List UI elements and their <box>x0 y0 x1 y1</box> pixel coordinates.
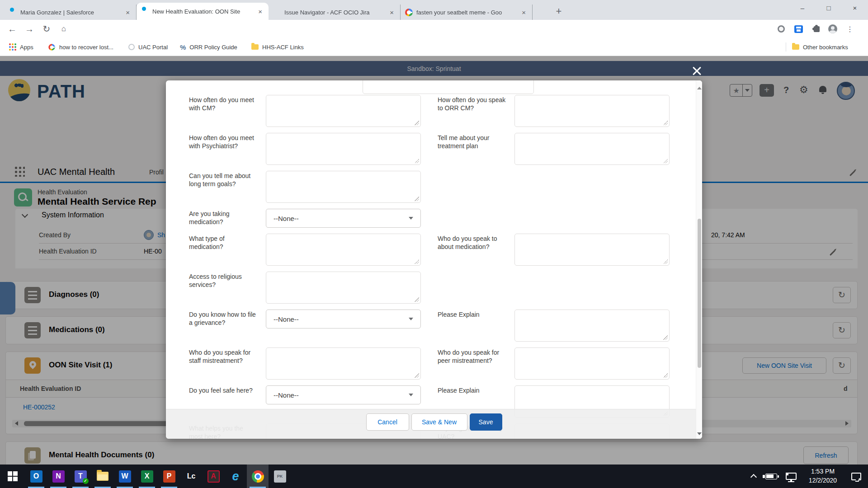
save-and-new-button[interactable]: Save & New <box>411 413 467 431</box>
window-controls: – □ × <box>789 0 868 16</box>
taskbar-app-zip[interactable]: PK <box>269 465 291 488</box>
form-textarea-right[interactable] <box>514 310 670 342</box>
taskbar-clock[interactable]: 1:53 PM 12/2/2020 <box>801 467 844 485</box>
browser-address-bar: ← → ↻ ⌂ uacpath--sprintuat.lightning.for… <box>0 20 868 38</box>
excel-icon: X <box>141 470 153 483</box>
taskbar-app-chrome[interactable] <box>247 465 269 488</box>
scrollbar-thumb[interactable] <box>698 219 701 368</box>
file-explorer-icon <box>97 472 108 481</box>
internet-explorer-icon: e <box>230 470 242 483</box>
google-g-icon <box>48 44 55 50</box>
tab-favicon-jira-diamond <box>273 9 281 16</box>
form-textarea-left[interactable] <box>266 133 421 165</box>
scroll-up-icon[interactable] <box>697 87 702 89</box>
form-textarea-right[interactable] <box>514 133 670 165</box>
modal-close-icon[interactable] <box>691 65 703 77</box>
field-label: Can you tell me about long term goals? <box>189 171 257 203</box>
field-label: How often do you speak to ORR CM? <box>438 95 508 127</box>
tab-favicon-salesforce-cloud <box>141 8 149 15</box>
form-row: How often do you meet with CM?How often … <box>189 95 693 127</box>
new-tab-button[interactable]: + <box>552 5 565 18</box>
form-textarea-left[interactable] <box>266 95 421 127</box>
start-button[interactable] <box>2 465 24 488</box>
browser-tab[interactable]: Maria Gonzalez | Salesforce× <box>5 5 137 20</box>
extensions-puzzle-icon[interactable] <box>810 20 823 38</box>
system-tray: 1:53 PM 12/2/2020 <box>746 465 868 488</box>
resize-grip-icon <box>415 121 419 125</box>
new-health-evaluation-modal: How often do you meet with CM?How often … <box>166 80 702 439</box>
taskbar-app-livecycle[interactable]: Lc <box>180 465 202 488</box>
form-textarea-left[interactable] <box>266 347 421 380</box>
tab-favicon-salesforce-cloud <box>9 9 17 16</box>
taskbar-app-teams[interactable]: T <box>70 465 91 488</box>
form-textarea-right[interactable] <box>514 95 670 127</box>
word-icon: W <box>119 470 131 483</box>
form-textarea-right[interactable] <box>514 347 670 380</box>
form-row: Can you tell me about long term goals? <box>189 171 693 203</box>
form-textarea-left[interactable] <box>266 272 421 304</box>
tray-chevron-up-icon[interactable] <box>746 465 761 488</box>
tab-close-icon[interactable]: × <box>388 9 396 16</box>
save-button[interactable]: Save <box>470 413 502 431</box>
bookmark-label: UAC Portal <box>138 44 168 51</box>
select-value: --None-- <box>274 391 299 399</box>
tab-close-icon[interactable]: × <box>520 9 528 16</box>
refresh-icon[interactable]: ↻ <box>40 20 53 38</box>
globe-icon <box>128 44 135 50</box>
form-row: How often do you meet with Psychiatrist?… <box>189 133 693 165</box>
tab-close-icon[interactable]: × <box>256 8 264 15</box>
extension-print-icon[interactable] <box>792 20 805 38</box>
taskbar-app-explorer[interactable] <box>92 465 113 488</box>
field-label: How often do you meet with CM? <box>189 95 257 127</box>
folder-icon <box>251 44 259 50</box>
minimize-icon[interactable]: – <box>789 0 816 16</box>
taskbar-app-onenote[interactable]: N <box>47 465 69 488</box>
battery-icon[interactable] <box>761 465 781 488</box>
bookmark-item[interactable]: HHS-ACF Links <box>251 38 304 56</box>
close-icon[interactable]: × <box>842 0 868 16</box>
form-textarea-right[interactable] <box>514 234 670 266</box>
resize-grip-icon <box>415 373 419 378</box>
home-icon[interactable]: ⌂ <box>57 20 71 38</box>
form-textarea-left[interactable] <box>266 171 421 203</box>
form-select-left[interactable]: --None-- <box>266 310 421 328</box>
bookmark-item[interactable]: Apps <box>9 38 33 56</box>
browser-tab[interactable]: Issue Navigator - ACF OCIO Jira× <box>269 5 401 20</box>
bookmark-item[interactable]: %ORR Policy Guide <box>180 38 237 56</box>
extension-circle-icon[interactable] <box>775 20 788 38</box>
maximize-icon[interactable]: □ <box>816 0 842 16</box>
taskbar-app-powerpoint[interactable]: P <box>158 465 180 488</box>
browser-tab[interactable]: fasten your seatbelt meme - Goo× <box>401 5 533 20</box>
teams-icon: T <box>75 470 87 483</box>
tab-close-icon[interactable]: × <box>124 9 132 16</box>
network-icon[interactable] <box>781 465 801 488</box>
form-textarea-left[interactable] <box>266 234 421 266</box>
chrome-icon <box>252 470 264 483</box>
bookmark-label: HHS-ACF Links <box>262 44 304 51</box>
cancel-button[interactable]: Cancel <box>366 413 409 431</box>
taskbar-app-word[interactable]: W <box>114 465 136 488</box>
taskbar-app-excel[interactable]: X <box>136 465 158 488</box>
modal-scrollbar[interactable] <box>696 80 702 439</box>
bookmark-item[interactable]: how to recover lost... <box>48 38 113 56</box>
taskbar-app-outlook[interactable]: O <box>25 465 47 488</box>
taskbar-app-internet-explorer[interactable]: e <box>225 465 246 488</box>
resize-grip-icon <box>663 335 668 340</box>
scroll-down-icon[interactable] <box>697 432 702 435</box>
browser-tab[interactable]: New Health Evaluation: OON Site× <box>137 3 269 20</box>
forward-icon[interactable]: → <box>23 20 36 38</box>
action-center-icon[interactable] <box>844 465 868 488</box>
taskbar-app-acrobat[interactable]: A <box>203 465 224 488</box>
other-bookmarks[interactable]: Other bookmarks <box>792 38 848 56</box>
chevron-down-icon <box>409 394 413 396</box>
profile-avatar[interactable] <box>826 20 839 38</box>
tab-title: Issue Navigator - ACF OCIO Jira <box>284 9 384 16</box>
bookmark-item[interactable]: UAC Portal <box>128 38 168 56</box>
browser-menu-icon[interactable]: ⋮ <box>844 20 856 38</box>
back-icon[interactable]: ← <box>5 20 19 38</box>
chevron-down-icon <box>409 217 413 220</box>
livecycle-icon: Lc <box>185 470 198 483</box>
resize-grip-icon <box>415 297 419 302</box>
form-select-left[interactable]: --None-- <box>266 209 421 228</box>
form-select-left[interactable]: --None-- <box>266 385 421 404</box>
